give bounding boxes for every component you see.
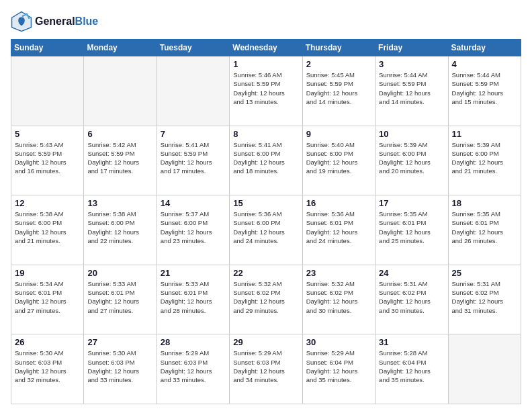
day-info: Sunrise: 5:37 AM Sunset: 6:00 PM Dayligh… (161, 210, 226, 245)
calendar-cell: 12Sunrise: 5:38 AM Sunset: 6:00 PM Dayli… (11, 195, 84, 265)
day-number: 25 (452, 268, 517, 278)
calendar-cell: 6Sunrise: 5:42 AM Sunset: 5:59 PM Daylig… (84, 126, 157, 195)
day-number: 9 (306, 129, 371, 139)
calendar-cell: 26Sunrise: 5:30 AM Sunset: 6:03 PM Dayli… (11, 334, 84, 404)
header-sunday: Sunday (11, 40, 84, 56)
day-info: Sunrise: 5:42 AM Sunset: 5:59 PM Dayligh… (87, 140, 152, 176)
day-number: 8 (233, 129, 298, 139)
calendar-cell: 13Sunrise: 5:38 AM Sunset: 6:00 PM Dayli… (84, 195, 157, 265)
day-info: Sunrise: 5:40 AM Sunset: 6:00 PM Dayligh… (306, 140, 371, 176)
calendar-cell: 9Sunrise: 5:40 AM Sunset: 6:00 PM Daylig… (302, 126, 375, 195)
logo-text: GeneralBlue (35, 15, 98, 28)
day-info: Sunrise: 5:35 AM Sunset: 6:01 PM Dayligh… (452, 210, 517, 245)
day-info: Sunrise: 5:30 AM Sunset: 6:03 PM Dayligh… (87, 349, 152, 384)
day-number: 20 (87, 268, 152, 278)
calendar-cell: 2Sunrise: 5:45 AM Sunset: 5:59 PM Daylig… (302, 56, 375, 126)
day-info: Sunrise: 5:34 AM Sunset: 6:01 PM Dayligh… (15, 279, 80, 315)
header-saturday: Saturday (448, 40, 521, 56)
day-info: Sunrise: 5:39 AM Sunset: 6:00 PM Dayligh… (379, 140, 444, 176)
day-number: 11 (452, 129, 517, 139)
day-number: 17 (379, 198, 444, 208)
day-number: 3 (379, 59, 444, 69)
day-number: 15 (233, 198, 298, 208)
day-info: Sunrise: 5:41 AM Sunset: 5:59 PM Dayligh… (161, 140, 226, 176)
day-number: 6 (87, 129, 152, 139)
day-number: 29 (233, 337, 298, 347)
calendar-week-row: 5Sunrise: 5:43 AM Sunset: 5:59 PM Daylig… (11, 126, 521, 195)
calendar-cell: 23Sunrise: 5:32 AM Sunset: 6:02 PM Dayli… (302, 265, 375, 334)
day-number: 31 (379, 337, 444, 347)
header-friday: Friday (375, 40, 448, 56)
calendar-cell: 10Sunrise: 5:39 AM Sunset: 6:00 PM Dayli… (375, 126, 448, 195)
day-info: Sunrise: 5:32 AM Sunset: 6:02 PM Dayligh… (233, 279, 298, 315)
calendar-cell: 30Sunrise: 5:29 AM Sunset: 6:04 PM Dayli… (302, 334, 375, 404)
calendar-week-row: 1Sunrise: 5:46 AM Sunset: 5:59 PM Daylig… (11, 56, 521, 126)
calendar-cell: 14Sunrise: 5:37 AM Sunset: 6:00 PM Dayli… (157, 195, 229, 265)
day-info: Sunrise: 5:38 AM Sunset: 6:00 PM Dayligh… (87, 210, 152, 245)
calendar-cell: 18Sunrise: 5:35 AM Sunset: 6:01 PM Dayli… (448, 195, 521, 265)
calendar-cell: 28Sunrise: 5:29 AM Sunset: 6:03 PM Dayli… (157, 334, 229, 404)
day-number: 4 (452, 59, 517, 69)
header-wednesday: Wednesday (230, 40, 302, 56)
day-number: 27 (87, 337, 152, 347)
day-info: Sunrise: 5:29 AM Sunset: 6:04 PM Dayligh… (306, 349, 371, 384)
day-info: Sunrise: 5:35 AM Sunset: 6:01 PM Dayligh… (379, 210, 444, 245)
calendar-week-row: 19Sunrise: 5:34 AM Sunset: 6:01 PM Dayli… (11, 265, 521, 334)
day-number: 28 (161, 337, 226, 347)
day-number: 7 (161, 129, 226, 139)
day-number: 22 (233, 268, 298, 278)
calendar-cell: 19Sunrise: 5:34 AM Sunset: 6:01 PM Dayli… (11, 265, 84, 334)
weekday-header-row: Sunday Monday Tuesday Wednesday Thursday… (11, 40, 521, 56)
day-info: Sunrise: 5:38 AM Sunset: 6:00 PM Dayligh… (15, 210, 80, 245)
day-number: 10 (379, 129, 444, 139)
day-info: Sunrise: 5:31 AM Sunset: 6:02 PM Dayligh… (379, 279, 444, 315)
calendar-cell: 31Sunrise: 5:28 AM Sunset: 6:04 PM Dayli… (375, 334, 448, 404)
day-number: 18 (452, 198, 517, 208)
day-info: Sunrise: 5:36 AM Sunset: 6:00 PM Dayligh… (233, 210, 298, 245)
day-info: Sunrise: 5:33 AM Sunset: 6:01 PM Dayligh… (87, 279, 152, 315)
day-info: Sunrise: 5:29 AM Sunset: 6:03 PM Dayligh… (161, 349, 226, 384)
day-number: 23 (306, 268, 371, 278)
logo: GeneralBlue (11, 11, 98, 32)
day-info: Sunrise: 5:32 AM Sunset: 6:02 PM Dayligh… (306, 279, 371, 315)
day-info: Sunrise: 5:33 AM Sunset: 6:01 PM Dayligh… (161, 279, 226, 315)
calendar-cell: 16Sunrise: 5:36 AM Sunset: 6:01 PM Dayli… (302, 195, 375, 265)
calendar-cell: 3Sunrise: 5:44 AM Sunset: 5:59 PM Daylig… (375, 56, 448, 126)
header-thursday: Thursday (302, 40, 375, 56)
day-number: 30 (306, 337, 371, 347)
day-number: 5 (15, 129, 80, 139)
day-number: 2 (306, 59, 371, 69)
header-tuesday: Tuesday (157, 40, 229, 56)
calendar-cell: 7Sunrise: 5:41 AM Sunset: 5:59 PM Daylig… (157, 126, 229, 195)
day-number: 16 (306, 198, 371, 208)
day-info: Sunrise: 5:44 AM Sunset: 5:59 PM Dayligh… (379, 71, 444, 106)
day-number: 21 (161, 268, 226, 278)
day-info: Sunrise: 5:39 AM Sunset: 6:00 PM Dayligh… (452, 140, 517, 176)
day-info: Sunrise: 5:30 AM Sunset: 6:03 PM Dayligh… (15, 349, 80, 384)
calendar-cell: 22Sunrise: 5:32 AM Sunset: 6:02 PM Dayli… (230, 265, 302, 334)
calendar-cell: 29Sunrise: 5:29 AM Sunset: 6:03 PM Dayli… (230, 334, 302, 404)
day-info: Sunrise: 5:31 AM Sunset: 6:02 PM Dayligh… (452, 279, 517, 315)
header-monday: Monday (84, 40, 157, 56)
day-info: Sunrise: 5:45 AM Sunset: 5:59 PM Dayligh… (306, 71, 371, 106)
calendar-cell (84, 56, 157, 126)
calendar-cell: 20Sunrise: 5:33 AM Sunset: 6:01 PM Dayli… (84, 265, 157, 334)
calendar-cell: 1Sunrise: 5:46 AM Sunset: 5:59 PM Daylig… (230, 56, 302, 126)
day-info: Sunrise: 5:43 AM Sunset: 5:59 PM Dayligh… (15, 140, 80, 176)
day-info: Sunrise: 5:41 AM Sunset: 6:00 PM Dayligh… (233, 140, 298, 176)
day-number: 13 (87, 198, 152, 208)
header: GeneralBlue (11, 11, 521, 32)
calendar-cell: 5Sunrise: 5:43 AM Sunset: 5:59 PM Daylig… (11, 126, 84, 195)
day-number: 12 (15, 198, 80, 208)
day-info: Sunrise: 5:29 AM Sunset: 6:03 PM Dayligh… (233, 349, 298, 384)
day-info: Sunrise: 5:44 AM Sunset: 5:59 PM Dayligh… (452, 71, 517, 106)
logo-icon (11, 11, 32, 32)
calendar-cell: 24Sunrise: 5:31 AM Sunset: 6:02 PM Dayli… (375, 265, 448, 334)
calendar-cell: 15Sunrise: 5:36 AM Sunset: 6:00 PM Dayli… (230, 195, 302, 265)
calendar-week-row: 12Sunrise: 5:38 AM Sunset: 6:00 PM Dayli… (11, 195, 521, 265)
day-info: Sunrise: 5:36 AM Sunset: 6:01 PM Dayligh… (306, 210, 371, 245)
calendar-cell: 27Sunrise: 5:30 AM Sunset: 6:03 PM Dayli… (84, 334, 157, 404)
calendar-cell: 4Sunrise: 5:44 AM Sunset: 5:59 PM Daylig… (448, 56, 521, 126)
calendar-cell (11, 56, 84, 126)
day-number: 19 (15, 268, 80, 278)
